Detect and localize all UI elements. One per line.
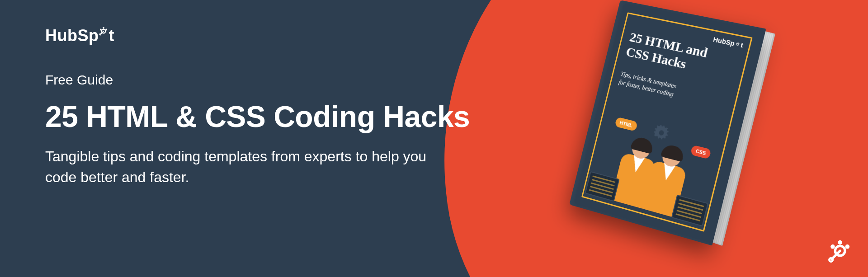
banner-title: 25 HTML & CSS Coding Hacks	[45, 100, 497, 133]
cover-brand-part1: HubSp	[712, 35, 736, 47]
gear-icon	[652, 124, 670, 142]
sprocket-icon	[735, 42, 741, 47]
person-collar	[660, 163, 675, 182]
cover-brand-part2: t	[740, 41, 744, 49]
monitor-icon	[671, 195, 708, 227]
eyebrow-label: Free Guide	[45, 72, 497, 88]
sprocket-icon	[99, 27, 108, 36]
cover-brand: HubSp t	[712, 35, 744, 49]
svg-point-2	[106, 29, 108, 31]
svg-point-7	[738, 42, 739, 43]
svg-point-8	[739, 43, 740, 44]
logo-text-part2: t	[108, 26, 114, 45]
person-body	[641, 160, 687, 218]
sprocket-icon	[827, 239, 851, 263]
cover-illustration: HTML CSS	[581, 103, 729, 232]
hubspot-logo: HubSp t	[45, 26, 114, 45]
svg-point-6	[736, 43, 739, 45]
svg-point-12	[845, 244, 850, 249]
svg-point-13	[830, 244, 835, 249]
svg-point-11	[838, 240, 842, 245]
svg-point-9	[736, 42, 737, 43]
svg-point-3	[100, 29, 102, 31]
person-hair	[660, 143, 685, 162]
banner-subtitle: Tangible tips and coding templates from …	[45, 146, 452, 188]
bubble-html: HTML	[614, 117, 637, 131]
logo-text-part1: HubSp	[45, 26, 99, 45]
bubble-css: CSS	[690, 145, 712, 160]
person-head	[660, 146, 683, 169]
promo-banner: HubSp t Free Guide 25 HTML & CSS Coding …	[0, 0, 868, 277]
text-content: Free Guide 25 HTML & CSS Coding Hacks Ta…	[45, 72, 497, 188]
svg-point-1	[103, 27, 105, 29]
